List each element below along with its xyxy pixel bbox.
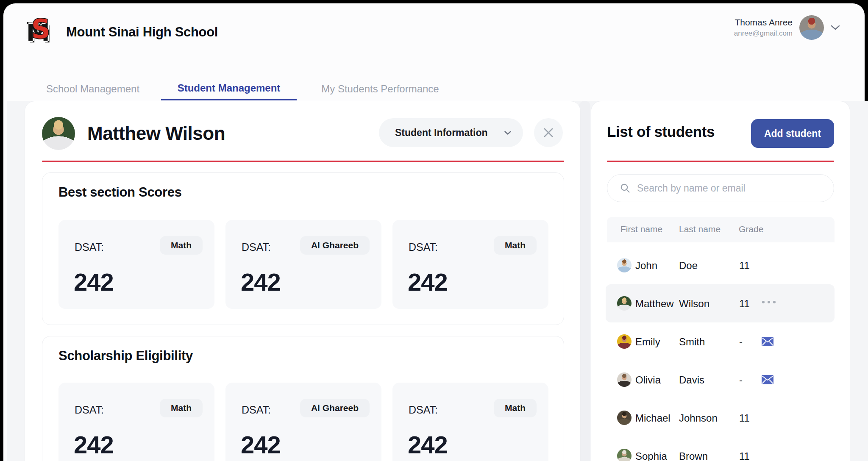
table-header: First name Last name Grade (607, 217, 835, 242)
school-name: Mount Sinai High School (66, 25, 218, 40)
table-row[interactable]: Sophia Brown 11 (606, 437, 835, 461)
student-profile-header: Matthew Wilson (42, 117, 225, 150)
student-last-name: Johnson (679, 412, 718, 424)
student-last-name: Brown (679, 450, 708, 461)
student-last-name: Doe (679, 260, 698, 272)
score-label: DSAT: (242, 404, 271, 416)
student-first-name: Matthew (635, 298, 674, 310)
score-label: DSAT: (75, 404, 104, 416)
best-section-scores-card: Best section Scores DSAT: Math 242 DSAT:… (42, 172, 564, 325)
tab-student-management[interactable]: Student Management (161, 77, 297, 100)
mail-icon (762, 337, 773, 346)
score-label: DSAT: (409, 241, 438, 253)
student-grade: - (739, 374, 743, 386)
score-badge: Al Ghareeb (300, 236, 370, 255)
list-title: List of students (607, 123, 715, 140)
dropdown-label: Student Information (395, 127, 487, 139)
score-label: DSAT: (242, 241, 271, 253)
score-value: 242 (74, 430, 114, 459)
scrollbar[interactable] (579, 101, 590, 461)
send-mail-button[interactable] (762, 337, 773, 347)
row-menu-button[interactable] (762, 299, 776, 305)
student-first-name: Michael (635, 412, 670, 424)
scholarship-eligibility-card: Scholarship Eligibility DSAT: Math 242 D… (42, 336, 564, 461)
student-first-name: Sophia (635, 450, 667, 461)
red-divider (42, 161, 564, 162)
avatar (617, 334, 632, 349)
score-badge: Math (160, 399, 203, 417)
student-grade: 11 (739, 298, 750, 310)
score-label: DSAT: (75, 241, 104, 253)
student-avatar (42, 117, 75, 150)
chevron-down-icon[interactable] (831, 25, 840, 30)
table-row[interactable]: Michael Johnson 11 (606, 399, 835, 437)
column-grade: Grade (739, 224, 763, 234)
score-value: 242 (408, 430, 448, 459)
students-list-panel: List of students Add student First name … (591, 101, 850, 461)
student-detail-panel: Matthew Wilson Student Information Best … (25, 101, 581, 461)
avatar (617, 296, 632, 311)
score-value: 242 (408, 268, 448, 296)
student-grade: 11 (739, 412, 750, 424)
score-badge: Math (160, 236, 203, 255)
mail-icon (762, 375, 773, 384)
avatar (617, 411, 632, 425)
student-name: Matthew Wilson (87, 123, 225, 144)
school-logo: M S (25, 14, 55, 45)
avatar (617, 372, 632, 387)
score-value: 242 (241, 430, 281, 459)
student-first-name: Emily (635, 336, 660, 348)
add-student-button[interactable]: Add student (751, 119, 834, 148)
score-card: DSAT: Al Ghareeb 242 (225, 220, 381, 309)
user-name: Thomas Anree (734, 17, 793, 28)
score-value: 242 (74, 268, 114, 296)
close-button[interactable] (534, 118, 563, 147)
student-information-dropdown[interactable]: Student Information (379, 118, 523, 147)
tab-school-management[interactable]: School Management (27, 77, 159, 100)
send-mail-button[interactable] (762, 375, 773, 386)
avatar (617, 258, 632, 272)
section-title: Scholarship Eligibility (58, 348, 193, 364)
score-card: DSAT: Al Ghareeb 242 (225, 383, 381, 461)
score-card: DSAT: Math 242 (58, 383, 214, 461)
table-row[interactable]: Olivia Davis - (606, 361, 835, 399)
ellipsis-icon (762, 300, 776, 304)
user-menu[interactable]: Thomas Anree anree@gmail.com (734, 15, 840, 40)
student-last-name: Davis (679, 374, 704, 386)
student-grade: 11 (739, 450, 750, 461)
score-badge: Math (494, 399, 537, 417)
app-window: M S Mount Sinai High School Thomas Anree… (3, 3, 865, 461)
user-info: Thomas Anree anree@gmail.com (734, 17, 793, 38)
score-value: 242 (241, 268, 281, 296)
score-card: DSAT: Math 242 (58, 220, 214, 309)
user-avatar (799, 15, 824, 40)
score-label: DSAT: (409, 404, 438, 416)
search-icon (620, 183, 630, 193)
column-first-name: First name (620, 224, 662, 234)
student-last-name: Smith (679, 336, 705, 348)
search-input[interactable] (636, 182, 816, 194)
score-badge: Math (494, 236, 537, 255)
tab-my-students-performance[interactable]: My Students Performance (302, 77, 459, 100)
score-badge: Al Ghareeb (300, 399, 370, 417)
red-divider (607, 161, 834, 162)
logo-letter-s: S (31, 14, 50, 44)
student-first-name: Olivia (635, 374, 661, 386)
close-icon (542, 126, 555, 139)
student-grade: 11 (739, 260, 750, 272)
student-last-name: Wilson (679, 298, 709, 310)
table-row-selected[interactable]: Matthew Wilson 11 (606, 284, 835, 322)
student-search (607, 174, 834, 202)
student-grade: - (739, 336, 743, 348)
avatar (617, 449, 632, 461)
user-email: anree@gmail.com (734, 29, 793, 39)
column-last-name: Last name (679, 224, 721, 234)
screen: M S Mount Sinai High School Thomas Anree… (0, 0, 868, 461)
section-title: Best section Scores (58, 185, 182, 200)
score-card: DSAT: Math 242 (392, 220, 548, 309)
table-row[interactable]: John Doe 11 (606, 246, 835, 284)
score-card: DSAT: Math 242 (392, 383, 548, 461)
table-row[interactable]: Emily Smith - (606, 322, 835, 361)
chevron-down-icon (504, 131, 511, 135)
student-first-name: John (635, 260, 657, 272)
